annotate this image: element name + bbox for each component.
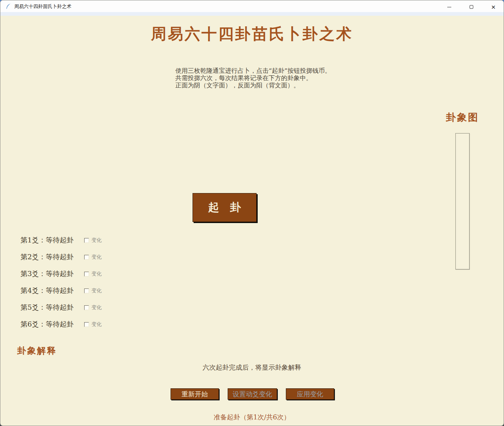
status-text: 准备起卦（第1次/共6次）	[0, 413, 504, 422]
maximize-button[interactable]	[463, 0, 480, 14]
restart-button[interactable]: 重新开始	[171, 388, 219, 400]
yao-row-3: 第3爻：等待起卦 变化	[20, 269, 102, 279]
titlebar-bottom-strip	[0, 12, 504, 16]
checkbox-icon	[84, 272, 89, 276]
cast-hexagram-button[interactable]: 起 卦	[193, 193, 257, 222]
checkbox-icon	[84, 322, 89, 327]
checkbox-icon	[84, 238, 89, 243]
interpretation-placeholder: 六次起卦完成后，将显示卦象解释	[0, 363, 504, 372]
yao-label: 第1爻：等待起卦	[20, 235, 84, 245]
change-checkbutton-2[interactable]: 变化	[84, 254, 102, 260]
minimize-button[interactable]	[441, 0, 458, 14]
change-label: 变化	[92, 321, 102, 328]
page-title: 周易六十四卦苗氏卜卦之术	[0, 24, 504, 44]
yao-row-5: 第5爻：等待起卦 变化	[20, 303, 102, 312]
change-label: 变化	[92, 271, 102, 277]
interpretation-title: 卦象解释	[17, 345, 57, 357]
hexagram-panel-title: 卦象图	[438, 111, 487, 124]
checkbox-icon	[84, 305, 89, 310]
instruction-line: 共需投掷六次，每次结果将记录在下方的卦象中。	[175, 74, 331, 82]
titlebar	[0, 0, 504, 12]
checkbox-icon	[84, 255, 89, 260]
yao-label: 第2爻：等待起卦	[20, 252, 84, 262]
change-label: 变化	[92, 254, 102, 260]
minimize-icon	[447, 7, 451, 7]
window-title: 周易六十四卦苗氏卜卦之术	[14, 0, 71, 12]
change-checkbutton-1[interactable]: 变化	[84, 237, 102, 244]
yao-label: 第6爻：等待起卦	[20, 320, 84, 329]
change-checkbutton-4[interactable]: 变化	[84, 287, 102, 294]
close-icon: ✕	[491, 4, 496, 10]
app-window: 周易六十四卦苗氏卜卦之术 ✕ 周易六十四卦苗氏卜卦之术 使用三枚乾隆通宝进行占卜…	[0, 0, 504, 426]
yao-label: 第3爻：等待起卦	[20, 269, 84, 279]
change-checkbutton-3[interactable]: 变化	[84, 271, 102, 277]
tk-feather-icon	[5, 3, 12, 10]
yao-row-1: 第1爻：等待起卦 变化	[20, 235, 102, 245]
yao-label: 第4爻：等待起卦	[20, 286, 84, 295]
change-checkbutton-5[interactable]: 变化	[84, 304, 102, 311]
checkbox-icon	[84, 289, 89, 293]
change-label: 变化	[92, 237, 102, 244]
change-checkbutton-6[interactable]: 变化	[84, 321, 102, 328]
yao-row-6: 第6爻：等待起卦 变化	[20, 320, 102, 329]
set-moving-lines-button[interactable]: 设置动爻变化	[228, 388, 277, 400]
yao-row-2: 第2爻：等待起卦 变化	[20, 252, 102, 262]
maximize-icon	[470, 5, 473, 9]
hexagram-canvas	[455, 133, 470, 269]
yao-row-4: 第4爻：等待起卦 变化	[20, 286, 102, 295]
change-label: 变化	[92, 304, 102, 311]
close-button[interactable]: ✕	[485, 0, 502, 14]
apply-changes-button[interactable]: 应用变化	[286, 388, 334, 400]
instruction-line: 使用三枚乾隆通宝进行占卜，点击“起卦”按钮投掷钱币。	[175, 67, 331, 74]
change-label: 变化	[92, 287, 102, 294]
instructions: 使用三枚乾隆通宝进行占卜，点击“起卦”按钮投掷钱币。 共需投掷六次，每次结果将记…	[175, 67, 331, 89]
instruction-line: 正面为阴（文字面），反面为阳（背文面）。	[175, 82, 331, 89]
yao-label: 第5爻：等待起卦	[20, 303, 84, 312]
